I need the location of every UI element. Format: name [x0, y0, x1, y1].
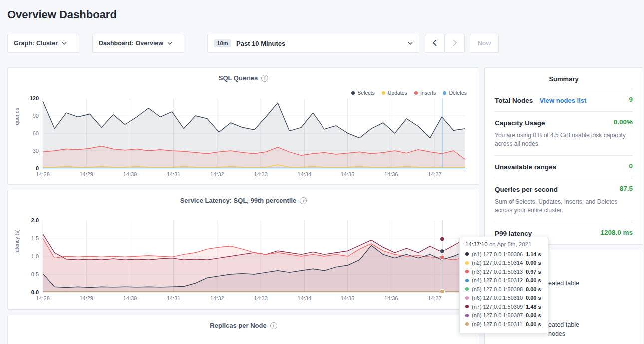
- svg-text:1.0: 1.0: [31, 253, 39, 259]
- svg-text:14:29: 14:29: [79, 295, 93, 301]
- graph-dropdown-label: Graph:: [14, 40, 34, 47]
- legend-item-selects[interactable]: Selects: [351, 90, 374, 96]
- total-nodes-label: Total Nodes: [495, 97, 533, 104]
- info-icon[interactable]: i: [270, 322, 277, 329]
- qps-label: Queries per second: [495, 186, 558, 193]
- sql-queries-chart-canvas[interactable]: 14:2814:2914:3014:3114:3214:3314:3414:35…: [15, 95, 471, 179]
- legend-label: Deletes: [449, 90, 467, 96]
- svg-text:14:35: 14:35: [341, 171, 355, 177]
- svg-text:14:37: 14:37: [428, 171, 442, 177]
- legend-label: Selects: [357, 90, 374, 96]
- legend-item-deletes[interactable]: Deletes: [443, 90, 467, 96]
- chevron-down-icon: [62, 42, 67, 45]
- p99-latency-value: 1208.0 ms: [600, 229, 633, 236]
- summary-panel: Summary Total Nodes View nodes list 9 Ca…: [484, 67, 643, 245]
- tooltip-node-address: (n2) 127.0.0.1:50314: [472, 260, 526, 266]
- prev-range-button[interactable]: [425, 34, 445, 53]
- tooltip-node-latency: 0.00 s: [526, 286, 541, 292]
- p99-latency-label: P99 latency: [495, 230, 532, 237]
- chart-header: Replicas per Nodei: [8, 315, 479, 329]
- svg-text:14:30: 14:30: [123, 295, 137, 301]
- svg-text:14:29: 14:29: [79, 171, 93, 177]
- graph-dropdown-value: Cluster: [36, 40, 58, 47]
- replicas-per-node-chart-panel: Replicas per Nodei: [7, 315, 479, 344]
- svg-text:90: 90: [33, 113, 39, 119]
- tooltip-node-address: (n3) 127.0.0.1:50313: [472, 269, 526, 275]
- tooltip-node-row: (n2) 127.0.0.1:503140.00 s: [465, 259, 542, 268]
- service-latency-chart-panel: Service Latency: SQL, 99th percentilei l…: [7, 190, 479, 310]
- charts-column: SQL Queriesi SelectsUpdatesInsertsDelete…: [7, 67, 479, 344]
- tooltip-timestamp: 14:37:10 on Apr 5th, 2021: [465, 241, 542, 247]
- svg-text:14:36: 14:36: [384, 171, 398, 177]
- chart-title: SQL Queries: [219, 74, 258, 82]
- y-axis-label: latency (s): [14, 229, 20, 253]
- dashboard-dropdown[interactable]: Dashboard: Overview: [92, 34, 184, 53]
- tooltip-node-row: (n5) 127.0.0.1:503080.00 s: [465, 285, 542, 294]
- legend-item-inserts[interactable]: Inserts: [414, 90, 436, 96]
- chevron-down-icon: [167, 42, 172, 45]
- tooltip-node-latency: 0.00 s: [526, 295, 541, 301]
- chart-title: Replicas per Node: [210, 322, 266, 329]
- node-color-dot-icon: [465, 287, 469, 291]
- svg-text:14:36: 14:36: [384, 295, 398, 301]
- node-color-dot-icon: [465, 305, 469, 308]
- tooltip-rows: (n1) 127.0.0.1:503061.14 s(n2) 127.0.0.1…: [465, 250, 542, 329]
- svg-text:14:28: 14:28: [36, 295, 50, 301]
- tooltip-node-row: (n1) 127.0.0.1:503061.14 s: [465, 250, 542, 259]
- svg-text:14:32: 14:32: [210, 295, 224, 301]
- view-nodes-list-link[interactable]: View nodes list: [540, 97, 587, 104]
- sql-queries-chart-panel: SQL Queriesi SelectsUpdatesInsertsDelete…: [7, 67, 479, 185]
- tooltip-node-row: (n7) 127.0.0.1:503091.48 s: [465, 302, 542, 311]
- chevron-right-icon: [453, 39, 457, 48]
- svg-text:14:33: 14:33: [254, 171, 268, 177]
- svg-text:14:31: 14:31: [167, 295, 181, 301]
- svg-text:120: 120: [30, 95, 39, 101]
- tooltip-node-latency: 0.97 s: [526, 269, 541, 275]
- graph-dropdown[interactable]: Graph: Cluster: [7, 34, 79, 53]
- next-range-button[interactable]: [445, 34, 465, 53]
- total-nodes-value: 9: [629, 96, 633, 103]
- summary-title: Summary: [495, 68, 633, 89]
- now-button[interactable]: Now: [470, 34, 499, 53]
- tooltip-node-address: (n7) 127.0.0.1:50309: [472, 304, 526, 310]
- node-color-dot-icon: [465, 252, 469, 256]
- dashboard-dropdown-label: Dashboard:: [99, 40, 133, 47]
- time-range-badge: 10m: [214, 39, 231, 47]
- svg-text:2.0: 2.0: [31, 217, 39, 223]
- svg-text:14:31: 14:31: [167, 171, 181, 177]
- tooltip-node-row: (n4) 127.0.0.1:503120.00 s: [465, 276, 542, 285]
- chart-header: Service Latency: SQL, 99th percentilei: [8, 190, 479, 204]
- tooltip-time: 14:37:10: [465, 241, 488, 247]
- legend-dot-icon: [414, 91, 418, 95]
- tooltip-node-address: (n1) 127.0.0.1:50306: [472, 251, 526, 257]
- chart-title: Service Latency: SQL, 99th percentile: [180, 197, 297, 204]
- chevron-down-icon: [408, 42, 413, 45]
- svg-text:1.5: 1.5: [31, 235, 39, 241]
- svg-text:60: 60: [33, 130, 39, 136]
- legend-dot-icon: [351, 91, 355, 95]
- time-range-dropdown[interactable]: 10m Past 10 Minutes: [207, 34, 419, 53]
- svg-text:14:30: 14:30: [123, 171, 137, 177]
- info-icon[interactable]: i: [300, 197, 307, 204]
- legend-dot-icon: [443, 91, 446, 95]
- svg-text:14:34: 14:34: [298, 171, 312, 177]
- qps-value: 87.5: [620, 185, 633, 192]
- svg-text:0: 0: [36, 165, 39, 171]
- tooltip-node-row: (n9) 127.0.0.1:503110.00 s: [465, 320, 542, 329]
- tooltip-node-row: (n3) 127.0.0.1:503130.97 s: [465, 267, 542, 276]
- tooltip-node-latency: 0.00 s: [526, 321, 541, 327]
- qps-description: Sum of Selects, Updates, Inserts, and De…: [495, 198, 633, 215]
- node-color-dot-icon: [465, 314, 469, 317]
- tooltip-node-latency: 0.00 s: [526, 260, 541, 266]
- legend-item-updates[interactable]: Updates: [382, 90, 407, 96]
- tooltip-node-row: (n6) 127.0.0.1:503100.00 s: [465, 294, 542, 303]
- summary-row-unavailable-ranges: Unavailable ranges 0: [495, 155, 633, 178]
- capacity-usage-label: Capacity Usage: [495, 119, 545, 127]
- info-icon[interactable]: i: [261, 75, 268, 82]
- tooltip-node-latency: 0.00 s: [526, 277, 541, 283]
- legend-label: Updates: [388, 90, 407, 96]
- svg-text:0.0: 0.0: [31, 289, 39, 295]
- svg-text:30: 30: [33, 148, 39, 154]
- service-latency-chart-canvas[interactable]: 14:2814:2914:3014:3114:3214:3314:3414:35…: [15, 217, 471, 303]
- chevron-left-icon: [433, 39, 437, 48]
